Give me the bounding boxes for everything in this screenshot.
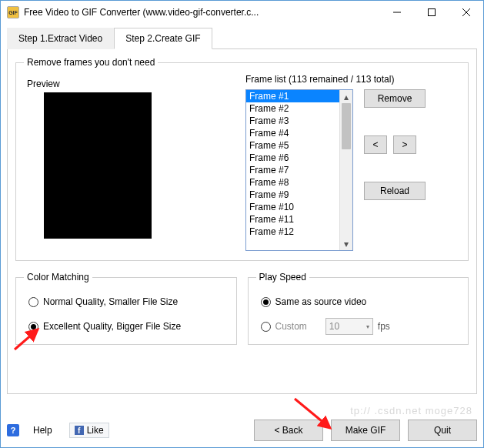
prev-frame-button[interactable]: <: [364, 135, 387, 154]
radio-icon: [28, 297, 38, 307]
radio-label: Normal Quality, Smaller File Size: [43, 296, 178, 307]
radio-icon: [261, 322, 271, 332]
scrollbar[interactable]: ▴ ▾: [339, 90, 352, 250]
scroll-thumb[interactable]: [342, 103, 351, 149]
svg-rect-1: [428, 9, 435, 16]
remove-button[interactable]: Remove: [364, 89, 426, 108]
radio-icon: [261, 297, 271, 307]
close-button[interactable]: [449, 1, 483, 24]
list-item[interactable]: Frame #1: [246, 90, 339, 102]
app-icon: GIF: [7, 6, 19, 18]
preview-area: [44, 92, 152, 239]
list-item[interactable]: Frame #4: [246, 127, 339, 139]
radio-normal-quality[interactable]: Normal Quality, Smaller File Size: [28, 296, 229, 307]
chevron-down-icon: ▾: [366, 323, 369, 330]
radio-excellent-quality[interactable]: Excellent Quality, Bigger File Size: [28, 321, 229, 332]
list-item[interactable]: Frame #10: [246, 201, 339, 213]
speed-legend: Play Speed: [256, 272, 309, 283]
list-item[interactable]: Frame #7: [246, 164, 339, 176]
reload-button[interactable]: Reload: [364, 182, 426, 200]
list-item[interactable]: Frame #3: [246, 115, 339, 127]
color-legend: Color Matching: [24, 272, 92, 283]
list-item[interactable]: Frame #2: [246, 102, 339, 115]
radio-label: Custom: [275, 321, 307, 332]
make-gif-button[interactable]: Make GIF: [331, 420, 400, 441]
frames-legend: Remove frames you don't need: [24, 57, 158, 68]
help-icon[interactable]: ?: [7, 424, 19, 436]
fps-spinner[interactable]: 10 ▾: [325, 318, 373, 335]
quit-button[interactable]: Quit: [408, 420, 477, 441]
list-item[interactable]: Frame #6: [246, 152, 339, 164]
tab-step2[interactable]: Step 2.Create GIF: [114, 28, 212, 49]
scroll-up-icon[interactable]: ▴: [340, 90, 352, 103]
radio-icon: [28, 322, 38, 332]
fps-unit-label: fps: [378, 321, 390, 332]
list-item[interactable]: Frame #8: [246, 176, 339, 189]
minimize-button[interactable]: [379, 1, 414, 24]
maximize-button[interactable]: [414, 1, 449, 24]
radio-custom-speed[interactable]: Custom 10 ▾ fps: [261, 318, 461, 335]
list-item[interactable]: Frame #5: [246, 139, 339, 152]
back-button[interactable]: < Back: [254, 420, 323, 441]
next-frame-button[interactable]: >: [393, 135, 416, 154]
facebook-like-button[interactable]: f Like: [69, 423, 109, 438]
svg-line-4: [15, 329, 38, 349]
preview-label: Preview: [27, 79, 232, 89]
radio-label: Same as source video: [275, 296, 367, 307]
list-item[interactable]: Frame #12: [246, 226, 339, 238]
fps-value: 10: [329, 321, 339, 332]
facebook-icon: f: [75, 426, 84, 435]
help-link[interactable]: Help: [33, 425, 52, 436]
radio-same-speed[interactable]: Same as source video: [261, 296, 461, 307]
radio-label: Excellent Quality, Bigger File Size: [43, 321, 181, 332]
scroll-down-icon[interactable]: ▾: [340, 237, 352, 250]
watermark: tp:// .csdn.net moge728: [350, 405, 472, 416]
tab-step1[interactable]: Step 1.Extract Video: [7, 28, 114, 49]
like-label: Like: [87, 425, 104, 436]
window-title: Free Video to GIF Converter (www.video-g…: [24, 7, 379, 18]
frame-listbox[interactable]: Frame #1 Frame #2 Frame #3 Frame #4 Fram…: [245, 89, 353, 251]
list-item[interactable]: Frame #11: [246, 213, 339, 226]
list-item[interactable]: Frame #9: [246, 189, 339, 201]
frame-list-title: Frame list (113 remained / 113 total): [245, 74, 460, 85]
